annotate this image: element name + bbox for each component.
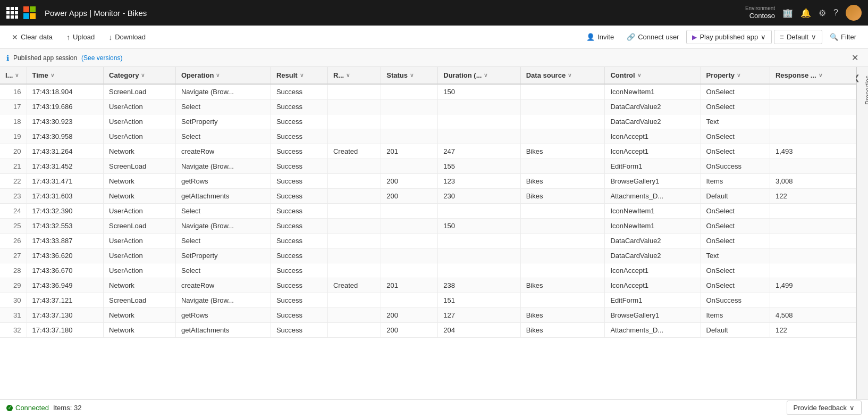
table-cell: getRows [175,174,271,189]
table-row[interactable]: 2317:43:31.603NetworkgetAttachmentsSucce… [0,189,856,204]
nav-right: Environment Contoso 🏢 🔔 ⚙ ? [745,5,862,21]
avatar[interactable] [846,5,862,21]
table-cell: OnSelect [701,84,770,99]
invite-button[interactable]: 👤 Invite [581,30,619,44]
info-bar-close-button[interactable]: ✕ [848,52,862,64]
table-row[interactable]: 2417:43:32.390UserActionSelectSuccessIco… [0,204,856,219]
connect-user-label: Connect user [638,33,679,41]
connect-user-button[interactable]: 🔗 Connect user [621,30,684,44]
col-operation[interactable]: Operation ∨ [175,67,271,84]
table-row[interactable]: 2617:43:33.887UserActionSelectSuccessDat… [0,234,856,248]
monitor-table: I... ∨ Time ∨ Category ∨ [0,67,856,338]
table-cell [327,204,381,219]
table-cell: UserAction [104,99,176,114]
table-cell: OnSelect [701,234,770,248]
col-datasource[interactable]: Data source ∨ [520,67,605,84]
filter-button[interactable]: 🔍 Filter [824,30,862,44]
table-row[interactable]: 2217:43:31.471NetworkgetRowsSuccess20012… [0,174,856,189]
info-text: Published app session [13,54,77,62]
table-row[interactable]: 3117:43:37.130NetworkgetRowsSuccess20012… [0,308,856,323]
settings-icon[interactable]: ⚙ [819,8,826,18]
table-row[interactable]: 1817:43:30.923UserActionSetPropertySucce… [0,114,856,129]
upload-button[interactable]: ↑ Upload [61,30,100,44]
clear-data-button[interactable]: ✕ Clear data [6,30,58,44]
table-cell: Default [701,323,770,338]
table-row[interactable]: 2917:43:36.949NetworkcreateRowSuccessCre… [0,278,856,293]
col-r-label: R... [333,71,344,79]
col-property[interactable]: Property ∨ [701,67,770,84]
table-row[interactable]: 2017:43:31.264NetworkcreateRowSuccessCre… [0,144,856,159]
col-time[interactable]: Time ∨ [27,67,104,84]
table-row[interactable]: 3217:43:37.180NetworkgetAttachmentsSucce… [0,323,856,338]
table-row[interactable]: 1717:43:19.686UserActionSelectSuccessDat… [0,99,856,114]
properties-panel-label[interactable]: Properties [862,71,869,109]
see-versions-link[interactable]: (See versions) [81,54,122,62]
table-row[interactable]: 2717:43:36.620UserActionSetPropertySucce… [0,248,856,263]
table-cell: 21 [0,159,27,174]
table-row[interactable]: 2517:43:32.553ScreenLoadNavigate (Brow..… [0,219,856,234]
col-status[interactable]: Status ∨ [381,67,438,84]
play-published-app-button[interactable]: ▶ Play published app ∨ [686,30,772,44]
table-cell [438,248,520,263]
table-row[interactable]: 2117:43:31.452ScreenLoadNavigate (Brow..… [0,159,856,174]
table-cell [381,293,438,308]
col-id[interactable]: I... ∨ [0,67,27,84]
default-button[interactable]: ≡ Default ∨ [774,30,822,44]
table-cell [381,248,438,263]
connection-status: Connected [6,404,49,412]
connect-user-icon: 🔗 [627,33,635,41]
table-cell: OnSelect [701,204,770,219]
table-cell: 26 [0,234,27,248]
col-result[interactable]: Result ∨ [271,67,327,84]
table-row[interactable]: 2817:43:36.670UserActionSelectSuccessIco… [0,263,856,278]
sort-icon-response: ∨ [819,72,822,78]
download-icon: ↓ [108,33,112,41]
table-cell [770,129,856,144]
table-cell [327,234,381,248]
table-cell: 200 [381,174,438,189]
table-cell: 17:43:37.130 [27,308,104,323]
col-category[interactable]: Category ∨ [104,67,176,84]
table-cell: Select [175,129,271,144]
col-control[interactable]: Control ∨ [605,67,701,84]
table-cell: 122 [770,323,856,338]
table-row[interactable]: 1917:43:30.958UserActionSelectSuccessIco… [0,129,856,144]
sort-icon-duration: ∨ [484,72,487,78]
table-cell [438,114,520,129]
table-cell [770,234,856,248]
table-header-row: I... ∨ Time ∨ Category ∨ [0,67,856,84]
table-cell: EditForm1 [605,159,701,174]
table-cell: DataCardValue2 [605,99,701,114]
feedback-button[interactable]: Provide feedback ∨ [787,401,862,415]
table-cell: Network [104,174,176,189]
col-duration[interactable]: Duration (... ∨ [438,67,520,84]
table-cell: 22 [0,174,27,189]
bell-icon[interactable]: 🔔 [800,8,811,18]
waffle-icon[interactable] [6,7,18,19]
col-response[interactable]: Response ... ∨ [770,67,856,84]
table-cell [327,129,381,144]
table-row[interactable]: 1617:43:18.904ScreenLoadNavigate (Brow..… [0,84,856,99]
table-cell: 151 [438,293,520,308]
table-cell: Network [104,308,176,323]
table-cell [770,263,856,278]
table-container[interactable]: I... ∨ Time ∨ Category ∨ [0,67,856,399]
col-r[interactable]: R... ∨ [327,67,381,84]
table-cell: IconNewItem1 [605,204,701,219]
table-cell [770,99,856,114]
table-row[interactable]: 3017:43:37.121ScreenLoadNavigate (Brow..… [0,293,856,308]
table-cell: 200 [381,308,438,323]
col-time-label: Time [32,71,48,79]
col-property-label: Property [706,71,735,79]
help-icon[interactable]: ? [833,8,838,18]
upload-label: Upload [73,33,95,41]
sort-icon-status: ∨ [410,72,414,78]
building-icon[interactable]: 🏢 [782,8,793,18]
table-cell [381,219,438,234]
status-dot [6,405,13,411]
col-datasource-label: Data source [526,71,566,79]
table-cell [327,189,381,204]
download-button[interactable]: ↓ Download [103,30,151,44]
table-cell: Success [271,263,327,278]
table-cell: Network [104,144,176,159]
